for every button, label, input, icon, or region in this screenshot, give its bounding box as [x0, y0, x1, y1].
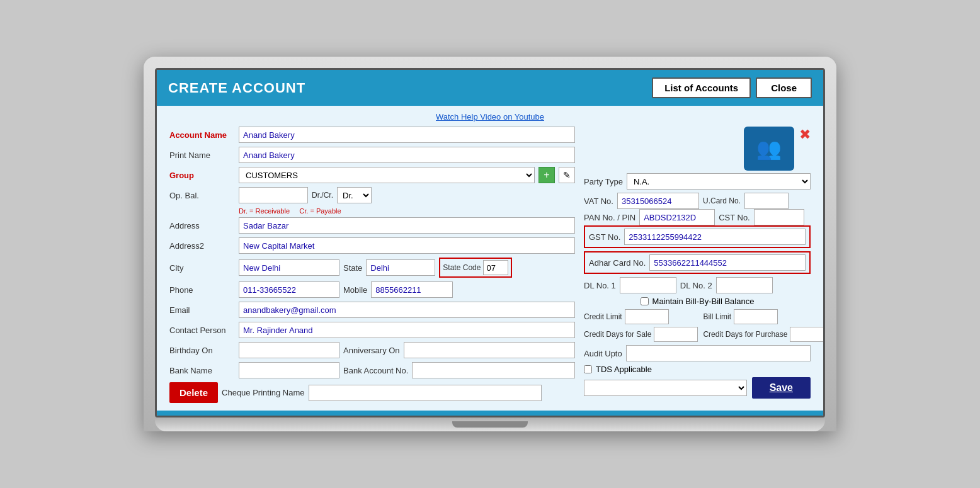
phone-mobile-row: Phone Mobile [169, 281, 575, 298]
credit-days-sale-input[interactable] [654, 327, 698, 342]
cheque-label: Cheque Printing Name [222, 388, 305, 397]
group-row: Group CUSTOMERS + ✎ [169, 167, 575, 183]
adhar-input[interactable] [649, 254, 806, 271]
mobile-input[interactable] [371, 281, 453, 298]
bill-limit-item: Bill Limit [703, 309, 825, 324]
vat-row: VAT No. U.Card No. [584, 193, 811, 209]
birthday-label: Birthday On [169, 346, 239, 355]
bill-limit-input[interactable] [734, 309, 778, 324]
dl2-input[interactable] [716, 277, 773, 293]
tds-row: TDS Applicable [584, 365, 811, 374]
title-bar: CREATE ACCOUNT List of Accounts Close [157, 70, 823, 106]
credit-limit-label: Credit Limit [584, 312, 622, 321]
op-bal-input[interactable] [239, 187, 308, 203]
contact-person-input[interactable] [239, 322, 575, 338]
address-input[interactable] [239, 217, 575, 234]
dl1-input[interactable] [620, 277, 676, 293]
pan-input[interactable] [639, 209, 715, 225]
ucard-label: U.Card No. [703, 196, 741, 205]
account-name-input[interactable] [239, 127, 575, 143]
birthday-controls: Anniversary On [239, 342, 575, 358]
cheque-row: Delete Cheque Printing Name [169, 382, 575, 403]
credit-days-sale-item: Credit Days for Sale [584, 327, 698, 342]
account-name-label: Account Name [169, 130, 239, 140]
gst-label: GST No. [589, 232, 620, 242]
account-name-row: Account Name [169, 127, 575, 143]
bank-name-label: Bank Name [169, 366, 239, 375]
address2-row: Address2 [169, 237, 575, 254]
anniversary-input[interactable] [404, 342, 575, 358]
city-state-controls: State State Code [239, 258, 575, 278]
phone-input[interactable] [239, 281, 339, 298]
laptop-bottom [155, 417, 825, 431]
city-label: City [169, 263, 239, 273]
save-button[interactable]: Save [752, 377, 811, 399]
ucard-input[interactable] [744, 193, 789, 209]
address-label: Address [169, 221, 239, 230]
bank-row: Bank Name Bank Account No. [169, 362, 575, 378]
tds-checkbox[interactable] [584, 365, 592, 373]
credit-grid: Credit Limit Bill Limit Credit Days for … [584, 309, 811, 342]
group-add-button[interactable]: + [538, 167, 555, 183]
email-row: Email [169, 302, 575, 318]
bottom-bar [157, 411, 823, 416]
cr-hint: Cr. = Payable [299, 207, 341, 215]
gst-input[interactable] [624, 229, 806, 245]
form-right: 👥 ✖ Party Type N.A. VAT No. [584, 127, 811, 403]
state-input[interactable] [366, 259, 435, 276]
birthday-input[interactable] [239, 342, 339, 358]
title-bar-buttons: List of Accounts Close [652, 77, 812, 98]
email-input[interactable] [239, 302, 575, 318]
op-bal-controls: Dr./Cr. Dr. Cr. [239, 187, 372, 203]
close-button[interactable]: Close [756, 77, 812, 98]
form-area: Watch Help Video on Youtube Account Name… [157, 106, 823, 411]
tds-select[interactable] [584, 380, 747, 396]
maintain-bill-checkbox[interactable] [641, 297, 649, 305]
maintain-bill-row: Maintain Bill-By-Bill Balance [584, 297, 811, 306]
bill-limit-label: Bill Limit [703, 312, 731, 321]
contact-person-row: Contact Person [169, 322, 575, 338]
adhar-label: Adhar Card No. [589, 258, 646, 268]
address2-input[interactable] [239, 237, 575, 254]
credit-days-purchase-input[interactable] [790, 327, 825, 342]
credit-days-sale-label: Credit Days for Sale [584, 330, 651, 339]
avatar-icon: 👥 [756, 137, 782, 161]
audit-label: Audit Upto [584, 349, 622, 358]
form-left: Account Name Print Name Group CUSTOMER [169, 127, 575, 403]
dl1-label: DL No. 1 [584, 281, 616, 290]
watch-help-link[interactable]: Watch Help Video on Youtube [436, 112, 544, 122]
city-state-row: City State State Code [169, 258, 575, 278]
group-select[interactable]: CUSTOMERS [239, 167, 535, 183]
page-title: CREATE ACCOUNT [168, 80, 305, 96]
dr-cr-hint: Dr. = Receivable Cr. = Payable [239, 207, 575, 215]
cheque-input[interactable] [309, 385, 542, 401]
print-name-row: Print Name [169, 147, 575, 163]
party-type-select[interactable]: N.A. [627, 173, 811, 190]
dr-cr-label: Dr./Cr. [312, 191, 333, 200]
bank-controls: Bank Account No. [239, 362, 575, 378]
contact-person-label: Contact Person [169, 326, 239, 335]
list-accounts-button[interactable]: List of Accounts [652, 77, 751, 98]
bank-acc-input[interactable] [412, 362, 575, 378]
bank-name-input[interactable] [239, 362, 339, 378]
dr-cr-select[interactable]: Dr. Cr. [337, 187, 372, 203]
state-code-input[interactable] [483, 260, 508, 275]
adhar-box: Adhar Card No. [584, 251, 811, 274]
credit-limit-input[interactable] [625, 309, 669, 324]
anniversary-label: Anniversary On [343, 346, 400, 355]
city-input[interactable] [239, 259, 339, 276]
cst-label: CST No. [719, 213, 750, 222]
group-label: Group [169, 171, 239, 180]
party-type-row: Party Type N.A. [584, 173, 811, 190]
print-name-input[interactable] [239, 147, 575, 163]
flag-icon: ✖ [799, 127, 811, 143]
group-edit-button[interactable]: ✎ [559, 167, 575, 183]
cst-input[interactable] [754, 209, 804, 225]
group-controls: CUSTOMERS + ✎ [239, 167, 575, 183]
audit-row: Audit Upto [584, 345, 811, 361]
laptop-notch [452, 421, 528, 428]
vat-input[interactable] [617, 193, 699, 209]
delete-button[interactable]: Delete [169, 382, 218, 403]
address-row: Address [169, 217, 575, 234]
audit-input[interactable] [626, 345, 811, 361]
